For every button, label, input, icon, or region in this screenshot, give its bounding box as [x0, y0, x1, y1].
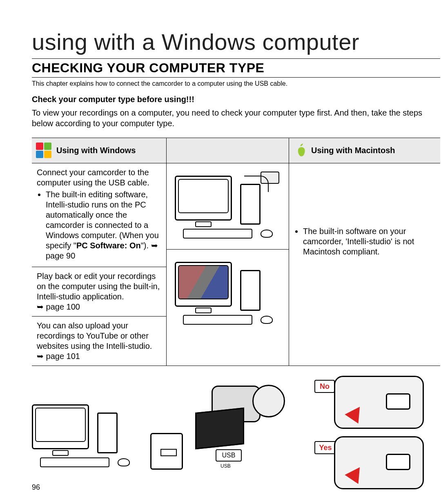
text: Play back or edit your recordings on the…: [37, 272, 160, 301]
yes-label: Yes: [314, 441, 336, 454]
arrow-icon: ➥: [37, 352, 44, 361]
callout-wrong-orientation: [334, 376, 424, 429]
comparison-table: Using with Windows Connect your camcorde…: [32, 138, 440, 366]
bold-text: PC Software: On: [76, 241, 141, 250]
page-ref: page 100: [46, 302, 80, 311]
page-number: 96: [32, 483, 40, 492]
chapter-title: using with a Windows computer: [32, 29, 441, 55]
mac-header: Using with Macintosh: [289, 138, 440, 163]
windows-header: Using with Windows: [32, 138, 166, 163]
body-text: To view your recordings on a computer, y…: [32, 107, 428, 129]
intro-text: This chapter explains how to connect the…: [32, 80, 432, 87]
mac-column: Using with Macintosh The built-in softwa…: [289, 138, 440, 366]
page-number-value: 96: [32, 483, 40, 491]
windows-text-column: Using with Windows Connect your camcorde…: [32, 138, 167, 366]
illustration-camcorder: [195, 381, 310, 463]
usb-small-label: USB: [220, 463, 231, 469]
apple-logo-icon: [295, 143, 307, 158]
windows-row-3: You can also upload your recordings to Y…: [32, 317, 166, 366]
callout-correct-orientation: [334, 436, 424, 489]
text: You can also upload your recordings to Y…: [37, 321, 152, 350]
illustration-pc-playback: [167, 250, 289, 335]
mac-body: The built-in software on your camcorder,…: [289, 163, 440, 263]
illustration-usb-port: [150, 433, 183, 470]
page-ref: page 90: [46, 251, 75, 260]
windows-header-label: Using with Windows: [56, 146, 136, 155]
arrow-icon: ➥: [37, 302, 44, 311]
subheading: Check your computer type before using!!!: [32, 95, 441, 104]
mac-bullet: The built-in software on your camcorder,…: [303, 226, 435, 257]
usb-orientation-callouts: No Yes: [334, 376, 440, 497]
arrow-icon: ➥: [151, 241, 158, 250]
section-title: CHECKING YOUR COMPUTER TYPE: [32, 60, 441, 76]
no-label: No: [314, 380, 335, 393]
connection-diagram: USB USB No Yes: [32, 376, 440, 504]
page-ref: page 101: [46, 352, 80, 361]
windows-row1-lead: Connect your camcorder to the computer u…: [37, 167, 161, 188]
windows-image-column: [167, 138, 289, 366]
windows-row-1: Connect your camcorder to the computer u…: [32, 163, 166, 267]
text: ").: [141, 241, 151, 250]
illustration-pc: [32, 400, 138, 470]
mac-header-label: Using with Macintosh: [311, 146, 395, 155]
rule: [32, 77, 440, 78]
usb-label: USB: [216, 449, 242, 462]
illustration-pc-camcorder: [167, 163, 289, 249]
windows-row1-bullet: The built-in editing software, Intelli-s…: [46, 190, 161, 261]
rule: [32, 58, 440, 59]
windows-row-2: Play back or edit your recordings on the…: [32, 267, 166, 316]
windows-logo-icon: [36, 143, 52, 159]
windows-image-header: [167, 138, 289, 163]
